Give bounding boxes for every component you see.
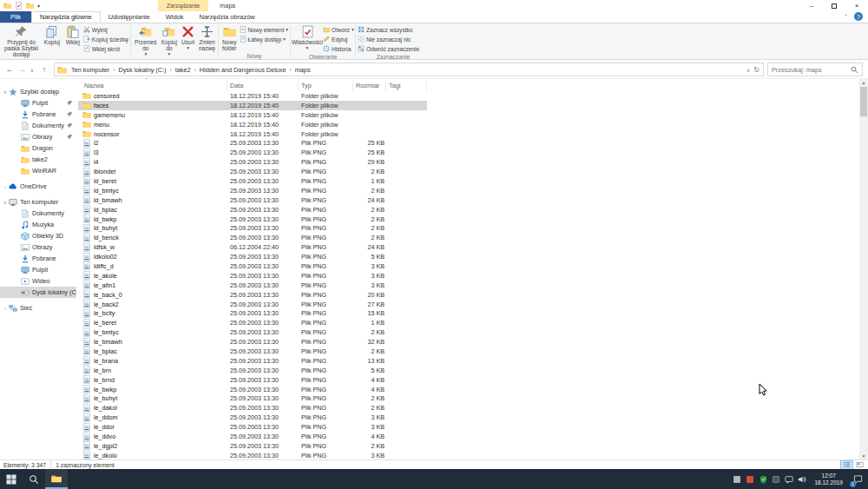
tray-app-dark-icon[interactable] (772, 475, 780, 484)
copy-to-button[interactable]: Kopiuj do ▾ (160, 24, 179, 58)
file-row-le_bwkp[interactable]: le_bwkp25.09.2003 13:30Plik PNG4 KB (76, 385, 859, 394)
tray-app-gray-icon[interactable] (733, 475, 741, 484)
new-folder-qat-icon[interactable] (26, 2, 34, 10)
new-item-button[interactable]: Nowy element ▾ (240, 25, 289, 34)
sidebar-item-dragon[interactable]: Dragon (0, 142, 76, 154)
sidebar-item-dokumenty[interactable]: Dokumenty (0, 208, 76, 219)
file-row-ld_buhyt[interactable]: ld_buhyt25.09.2003 13:30Plik PNG2 KB (76, 223, 859, 233)
action-center-button[interactable]: 1 (851, 472, 865, 486)
file-row-ldkolo02[interactable]: ldkolo0225.09.2003 13:30Plik PNG5 KB (76, 252, 859, 261)
sidebar-item-pulpit[interactable]: Pulpit (0, 264, 76, 275)
file-row-ld_bmawh[interactable]: ld_bmawh25.09.2003 13:30Plik PNG24 KB (76, 195, 859, 205)
tab-picture-tools[interactable]: Narzędzia obrazów (192, 11, 263, 23)
tray-shield-icon[interactable] (759, 475, 767, 484)
pin-to-quick-access-button[interactable]: Przypnij do paska Szybki dostęp (2, 24, 41, 58)
paste-button[interactable]: Wklej (63, 24, 82, 58)
properties-button[interactable]: Właściwości ▾ (293, 24, 322, 53)
tab-view[interactable]: Widok (158, 11, 192, 23)
sidebar-item-obrazy[interactable]: Obrazy (0, 131, 76, 142)
file-row-le_ddor[interactable]: le_ddor25.09.2003 13:30Plik PNG3 KB (76, 422, 859, 432)
breadcrumb-segment[interactable]: Hidden and Dangerous Deluxe (197, 66, 289, 74)
file-row-l4[interactable]: l425.09.2003 13:30Plik PNG29 KB (76, 157, 859, 167)
file-row-le_brnd[interactable]: le_brnd25.09.2003 13:30Plik PNG4 KB (76, 375, 859, 385)
recent-locations-icon[interactable]: ∨ (28, 63, 36, 76)
details-view-button[interactable] (841, 461, 852, 469)
address-field[interactable]: Ten komputer›Dysk lokalny (C:)›take2›Hid… (54, 63, 764, 76)
file-row-le_bcity[interactable]: le_bcity25.09.2003 13:30Plik PNG15 KB (76, 308, 859, 318)
file-row-le_back_0[interactable]: le_back_025.09.2003 13:30Plik PNG20 KB (76, 290, 859, 300)
breadcrumb-segment[interactable]: Ten komputer (69, 66, 112, 74)
address-dropdown-icon[interactable]: ∨ (746, 67, 750, 73)
sidebar-item-pulpit[interactable]: Pulpit (0, 97, 76, 109)
select-all-button[interactable]: Zaznacz wszystko (358, 25, 419, 34)
file-row-ld_beret[interactable]: ld_beret25.09.2003 13:30Plik PNG1 KB (76, 176, 859, 186)
sidebar-item-onedrive[interactable]: ›OneDrive (0, 181, 76, 192)
tray-chat-icon[interactable] (785, 475, 793, 484)
up-button[interactable]: ↑ (38, 63, 50, 76)
file-row-ld_bplac[interactable]: ld_bplac25.09.2003 13:30Plik PNG2 KB (76, 205, 859, 215)
file-row-le_dkolo[interactable]: le_dkolo25.09.2003 13:30Plik PNG3 KB (76, 451, 859, 459)
file-row-le_ddom[interactable]: le_ddom25.09.2003 13:30Plik PNG3 KB (76, 413, 859, 422)
search-box[interactable] (767, 63, 863, 76)
invert-selection-button[interactable]: Odwróć zaznaczenie (358, 44, 419, 53)
file-row-le_brn[interactable]: le_brn25.09.2003 13:30Plik PNG5 KB (76, 366, 859, 375)
qat-customize-icon[interactable]: ▾ (37, 3, 40, 9)
taskbar-clock[interactable]: 12:07 18.12.2019 (811, 472, 846, 486)
sidebar-item-ten-komputer[interactable]: ∨Ten komputer (0, 196, 76, 208)
column-header-tags[interactable]: Tagi (386, 79, 427, 91)
scroll-up-icon[interactable]: ▲ (859, 79, 868, 86)
column-header-date[interactable]: Data (227, 79, 299, 91)
sidebar-item-winrar[interactable]: WinRAR (0, 165, 76, 176)
easy-access-button[interactable]: Łatwy dostęp ▾ (240, 35, 289, 43)
rename-button[interactable]: Zmień nazwę (197, 24, 216, 58)
delete-button[interactable]: Usuń ▾ (180, 24, 196, 58)
collapse-ribbon-icon[interactable]: ˆ (845, 13, 847, 21)
back-button[interactable]: ← (3, 63, 16, 76)
tree-chevron-icon[interactable]: › (2, 184, 9, 189)
breadcrumb-segment[interactable]: take2 (173, 66, 194, 74)
help-icon[interactable]: ? (854, 12, 863, 21)
tree-chevron-icon[interactable]: ∨ (2, 199, 9, 205)
sidebar-item-sieć[interactable]: ›Sieć (0, 302, 76, 314)
file-row-nocensor[interactable]: nocensor18.12.2019 15:40Folder plików (76, 129, 859, 139)
breadcrumb-segment[interactable]: maps (293, 66, 313, 74)
file-row-le_dakol[interactable]: le_dakol25.09.2003 13:30Plik PNG2 KB (76, 403, 859, 413)
scroll-down-icon[interactable]: ▼ (859, 453, 868, 459)
sidebar-item-wideo[interactable]: Wideo (0, 275, 76, 287)
tab-home[interactable]: Narzędzia główne (31, 11, 101, 23)
file-row-ld_bmtyc[interactable]: ld_bmtyc25.09.2003 13:30Plik PNG2 KB (76, 186, 859, 195)
tree-chevron-icon[interactable]: › (2, 306, 9, 311)
search-input[interactable] (772, 66, 851, 74)
paste-shortcut-button[interactable]: Wklej skrót (83, 44, 128, 53)
edit-button[interactable]: Edytuj (323, 35, 354, 43)
file-row-ldfsk_w[interactable]: ldfsk_w06.12.2004 22:40Plik PNG24 KB (76, 242, 859, 252)
column-header-type[interactable]: Typ (299, 79, 353, 91)
maximize-button[interactable] (823, 0, 845, 11)
file-row-ld_bwkp[interactable]: ld_bwkp25.09.2003 13:30Plik PNG2 KB (76, 215, 859, 224)
file-row-lblondet[interactable]: lblondet25.09.2003 13:30Plik PNG2 KB (76, 167, 859, 176)
file-row-le_beret[interactable]: le_beret25.09.2003 13:30Plik PNG1 KB (76, 318, 859, 327)
file-row-le_bplac[interactable]: le_bplac25.09.2003 13:30Plik PNG2 KB (76, 347, 859, 356)
scrollbar-thumb[interactable] (860, 87, 867, 116)
sidebar-item-dokumenty[interactable]: Dokumenty (0, 120, 76, 131)
file-row-le_ddvo[interactable]: le_ddvo25.09.2003 13:30Plik PNG4 KB (76, 432, 859, 441)
file-row-le_bmtyc[interactable]: le_bmtyc25.09.2003 13:30Plik PNG2 KB (76, 327, 859, 337)
cut-button[interactable]: Wytnij (83, 25, 128, 34)
file-row-le_akole[interactable]: le_akole25.09.2003 13:30Plik PNG3 KB (76, 271, 859, 281)
file-row-censored[interactable]: censored18.12.2019 15:40Folder plików (76, 91, 859, 101)
file-row-ldiffc_d[interactable]: ldiffc_d25.09.2003 13:30Plik PNG3 KB (76, 261, 859, 271)
file-row-le_dgpl2[interactable]: le_dgpl225.09.2003 13:30Plik PNG2 KB (76, 441, 859, 451)
breadcrumb-segment[interactable]: Dysk lokalny (C:) (115, 66, 168, 74)
file-row-l3[interactable]: l325.09.2003 13:30Plik PNG25 KB (76, 148, 859, 157)
file-row-le_altn1[interactable]: le_altn125.09.2003 13:30Plik PNG3 KB (76, 281, 859, 290)
sidebar-item-take2[interactable]: take2 (0, 154, 76, 165)
file-row-menu[interactable]: menu18.12.2019 15:40Folder plików (76, 120, 859, 129)
minimize-button[interactable]: – (800, 0, 823, 11)
search-icon[interactable] (851, 66, 858, 74)
tab-share[interactable]: Udostępnianie (101, 11, 158, 23)
taskbar-search-button[interactable] (23, 469, 45, 489)
volume-icon[interactable] (798, 475, 806, 484)
new-folder-button[interactable]: Nowy folder (220, 24, 239, 52)
sidebar-item-obiekty-3d[interactable]: Obiekty 3D (0, 230, 76, 241)
history-button[interactable]: Historia (323, 44, 354, 53)
